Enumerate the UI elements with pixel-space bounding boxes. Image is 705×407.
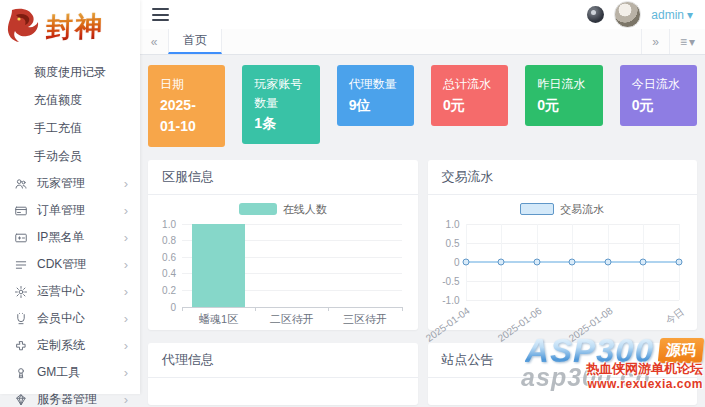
tab-home-label: 首页	[183, 32, 207, 49]
cdk-list-icon	[14, 257, 29, 272]
sidebar-menu: 额度使用记录充值额度手工充值手动会员玩家管理›订单管理›IP黑名单›CDK管理›…	[0, 54, 140, 407]
data-point[interactable]	[498, 258, 505, 265]
stat-card-value: 0元	[537, 95, 590, 116]
sidebar-item-label: 服务器管理	[37, 391, 124, 407]
tabs-scroll-right-icon[interactable]: »	[641, 29, 669, 54]
stat-card-label: 代理数量	[349, 75, 402, 94]
data-point[interactable]	[569, 258, 576, 265]
sidebar-item[interactable]: 服务器管理›	[0, 386, 140, 407]
y-axis-tick-label: 0	[170, 301, 176, 312]
chevron-right-icon: ›	[124, 176, 128, 191]
y-axis-tick-label: 0.4	[162, 268, 176, 279]
x-axis-labels: 2025-01-042025-01-062025-01-08今日	[466, 303, 680, 329]
sidebar-item-label: GM工具	[37, 364, 124, 381]
sidebar-subitem[interactable]: 充值额度	[0, 86, 140, 114]
stat-card[interactable]: 玩家账号数量1条	[242, 65, 319, 144]
theme-icon[interactable]	[587, 6, 604, 23]
stat-card[interactable]: 总计流水0元	[431, 65, 508, 126]
gear-icon	[14, 284, 29, 299]
y-axis-tick-label: 0.8	[162, 235, 176, 246]
sidebar-item[interactable]: 运营中心›	[0, 278, 140, 305]
sidebar-item-label: CDK管理	[37, 256, 124, 273]
data-point[interactable]	[676, 258, 683, 265]
site-notice-panel: 站点公告	[428, 343, 698, 405]
sidebar-item[interactable]: 会员中心›	[0, 305, 140, 332]
stat-card-label: 日期	[160, 75, 213, 94]
tabs-scroll-left-icon[interactable]: «	[140, 35, 168, 49]
data-point[interactable]	[640, 258, 647, 265]
sidebar-item[interactable]: 玩家管理›	[0, 170, 140, 197]
legend-swatch	[239, 203, 277, 215]
sidebar-subitem[interactable]: 手工充值	[0, 114, 140, 142]
user-menu[interactable]: admin ▾	[651, 8, 693, 22]
sidebar-item-label: 会员中心	[37, 310, 124, 327]
bar-legend[interactable]: 在线人数	[148, 202, 418, 217]
tab-home[interactable]: 首页	[168, 29, 222, 54]
sidebar-item[interactable]: GM工具›	[0, 359, 140, 386]
stat-card-value: 0元	[443, 95, 496, 116]
info-row: 代理信息 站点公告	[148, 343, 697, 405]
sidebar-item[interactable]: CDK管理›	[0, 251, 140, 278]
main-content: 日期2025-01-10玩家账号数量1条代理数量9位总计流水0元昨日流水0元今日…	[140, 55, 705, 407]
chevron-right-icon: ›	[124, 338, 128, 353]
stat-card[interactable]: 代理数量9位	[337, 65, 414, 126]
y-axis-tick-label: 0	[454, 256, 460, 267]
x-axis-tick-label: 二区待开	[270, 312, 314, 327]
line-legend[interactable]: 交易流水	[428, 202, 698, 217]
username: admin	[651, 8, 684, 22]
top-header: admin ▾	[140, 0, 705, 29]
gridline	[466, 300, 680, 301]
custom-system-icon	[14, 338, 29, 353]
stat-card-label: 玩家账号数量	[254, 75, 307, 112]
sidebar-item-label: 订单管理	[37, 202, 124, 219]
stat-card-value: 2025-01-10	[160, 95, 213, 137]
users-icon	[14, 176, 29, 191]
list-icon: ≡	[680, 35, 687, 49]
trade-flow-panel: 交易流水 交易流水 1.00.50-0.5-1.02025-01-042025-…	[428, 160, 698, 330]
avatar[interactable]	[614, 1, 641, 28]
data-point[interactable]	[604, 258, 611, 265]
data-point[interactable]	[462, 258, 469, 265]
axis-tick	[328, 307, 329, 311]
stat-card[interactable]: 日期2025-01-10	[148, 65, 225, 147]
member-icon	[14, 311, 29, 326]
chevron-right-icon: ›	[124, 311, 128, 326]
y-axis-tick-label: -1.0	[442, 294, 459, 305]
stat-card[interactable]: 今日流水0元	[620, 65, 697, 126]
axis-tick	[255, 307, 256, 311]
order-card-icon	[14, 203, 29, 218]
tabs-menu-button[interactable]: ≡ ▾	[669, 29, 705, 54]
bar-chart: 1.00.80.60.40.20蟠魂1区二区待开三区待开	[182, 224, 402, 308]
chevron-down-icon: ▾	[689, 35, 695, 49]
trade-panel-title: 交易流水	[428, 160, 698, 195]
stat-card-value: 0元	[632, 95, 685, 116]
hamburger-icon[interactable]	[152, 8, 169, 21]
sidebar-item[interactable]: 订单管理›	[0, 197, 140, 224]
app: 封神 额度使用记录充值额度手工充值手动会员玩家管理›订单管理›IP黑名单›CDK…	[0, 0, 705, 407]
server-icon	[14, 392, 29, 407]
bar[interactable]	[192, 224, 245, 307]
sidebar-item[interactable]: IP黑名单›	[0, 224, 140, 251]
agent-panel-title: 代理信息	[148, 343, 418, 378]
site-panel-title: 站点公告	[428, 343, 698, 378]
right-column: admin ▾ « 首页 » ≡ ▾ 日期2025-01-10玩家账号数量1条代…	[140, 0, 705, 407]
chevron-right-icon: ›	[124, 365, 128, 380]
y-axis-tick-label: 1.0	[162, 218, 176, 229]
sidebar-subitem[interactable]: 手动会员	[0, 142, 140, 170]
gm-tools-icon	[14, 365, 29, 380]
sidebar-subitem[interactable]: 额度使用记录	[0, 58, 140, 86]
ip-blacklist-icon	[14, 230, 29, 245]
logo[interactable]: 封神	[0, 0, 140, 54]
stat-card[interactable]: 昨日流水0元	[525, 65, 602, 126]
y-axis-tick-label: 0.6	[162, 251, 176, 262]
sidebar-item[interactable]: 定制系统›	[0, 332, 140, 359]
zone-panel-title: 区服信息	[148, 160, 418, 195]
x-axis-tick-label: 2025-01-06	[495, 305, 543, 344]
stat-card-label: 今日流水	[632, 75, 685, 94]
sidebar-item-label: 运营中心	[37, 283, 124, 300]
chevron-right-icon: ›	[124, 392, 128, 407]
sidebar: 封神 额度使用记录充值额度手工充值手动会员玩家管理›订单管理›IP黑名单›CDK…	[0, 0, 140, 394]
data-point[interactable]	[533, 258, 540, 265]
agent-info-panel: 代理信息	[148, 343, 418, 405]
legend-swatch	[520, 203, 554, 215]
